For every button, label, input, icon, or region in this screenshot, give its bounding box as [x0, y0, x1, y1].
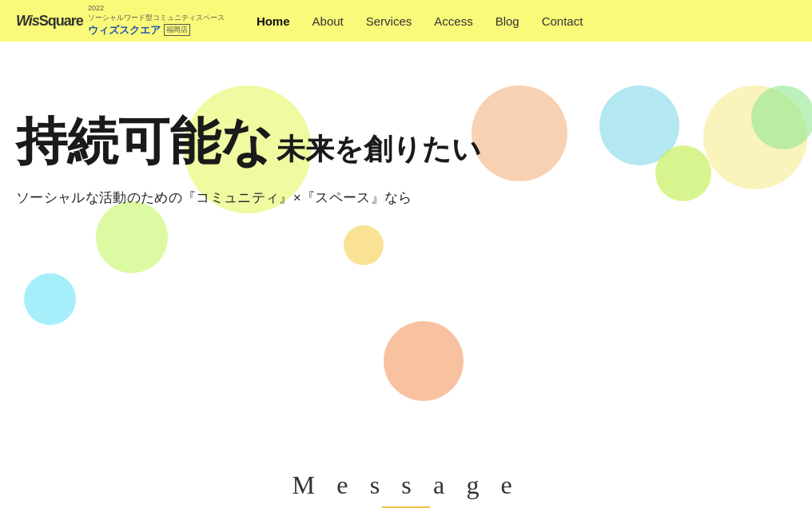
- logo-subtitle: 2022 ソーシャルワード型コミュニティスペース: [88, 4, 225, 22]
- decorative-circle-c6: [655, 145, 711, 201]
- hero-content: 持続可能な 未来を創りたい ソーシャルな活動のための『コミュニティ』×『スペース…: [16, 113, 481, 207]
- nav-home[interactable]: Home: [257, 14, 290, 28]
- nav-services[interactable]: Services: [366, 14, 412, 28]
- main-nav: Home About Services Access Blog Contact: [257, 14, 583, 28]
- nav-blog[interactable]: Blog: [496, 14, 519, 28]
- hero-title-sub: 未来を創りたい: [277, 133, 481, 165]
- decorative-circle-c10: [384, 321, 464, 401]
- site-header: WisSquare 2022 ソーシャルワード型コミュニティスペース ウィズスク…: [0, 0, 812, 42]
- nav-contact[interactable]: Contact: [542, 14, 583, 28]
- logo-year-text: 2022: [88, 4, 225, 14]
- logo-location: 福岡店: [164, 24, 190, 36]
- message-section: M e s s a g e: [0, 470, 812, 508]
- decorative-circle-c9: [24, 273, 76, 325]
- logo-text: WisSquare: [16, 13, 83, 30]
- decorative-circle-c8: [344, 225, 384, 265]
- decorative-circle-c7: [96, 201, 168, 273]
- logo-japanese: ウィズスクエア: [88, 23, 161, 38]
- hero-title: 持続可能な 未来を創りたい: [16, 113, 481, 169]
- logo-wis-square: WisSquare: [16, 13, 83, 29]
- hero-section: 持続可能な 未来を創りたい ソーシャルな活動のための『コミュニティ』×『スペース…: [0, 42, 812, 516]
- logo-detail: 2022 ソーシャルワード型コミュニティスペース ウィズスクエア 福岡店: [88, 4, 225, 37]
- decorative-circle-c2: [472, 85, 567, 181]
- hero-title-main: 持続可能な: [16, 113, 273, 169]
- logo-sub-text: ソーシャルワード型コミュニティスペース: [88, 14, 225, 23]
- message-title: M e s s a g e: [0, 470, 812, 500]
- decorative-circle-c5: [751, 85, 812, 149]
- nav-about[interactable]: About: [312, 14, 344, 28]
- logo[interactable]: WisSquare 2022 ソーシャルワード型コミュニティスペース ウィズスク…: [16, 4, 225, 37]
- message-underline: [382, 506, 430, 508]
- nav-access[interactable]: Access: [434, 14, 472, 28]
- hero-subtitle: ソーシャルな活動のための『コミュニティ』×『スペース』なら: [16, 189, 481, 207]
